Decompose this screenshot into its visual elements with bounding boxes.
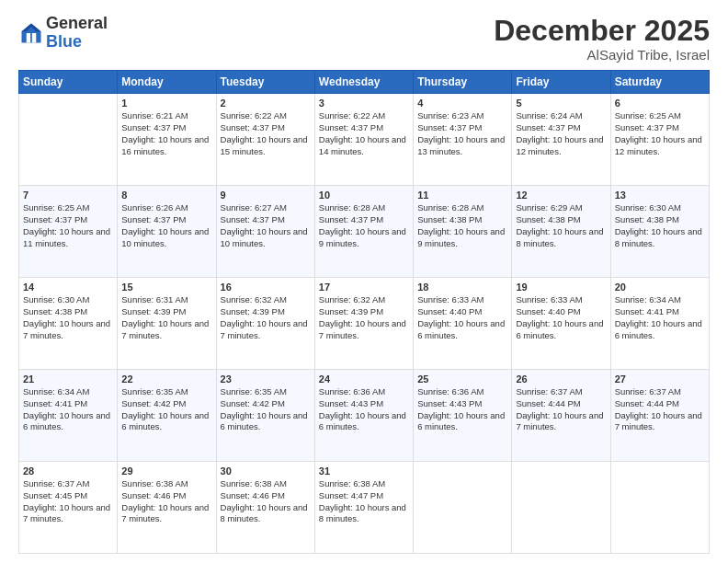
calendar-day-cell: 5Sunrise: 6:24 AMSunset: 4:37 PMDaylight… xyxy=(512,94,610,186)
day-number: 30 xyxy=(221,465,311,477)
day-info: Sunrise: 6:33 AMSunset: 4:40 PMDaylight:… xyxy=(516,294,603,339)
day-info: Sunrise: 6:38 AMSunset: 4:47 PMDaylight:… xyxy=(319,478,406,523)
day-number: 25 xyxy=(417,373,507,385)
weekday-header: Saturday xyxy=(610,71,709,94)
day-number: 23 xyxy=(221,373,311,385)
logo: General Blue xyxy=(18,15,108,52)
weekday-header: Tuesday xyxy=(216,71,314,94)
calendar-day-cell: 12Sunrise: 6:29 AMSunset: 4:38 PMDayligh… xyxy=(512,186,610,278)
page: General Blue December 2025 AlSayid Tribe… xyxy=(0,0,728,563)
calendar-day-cell: 9Sunrise: 6:27 AMSunset: 4:37 PMDaylight… xyxy=(216,186,314,278)
calendar-day-cell: 20Sunrise: 6:34 AMSunset: 4:41 PMDayligh… xyxy=(610,278,709,370)
day-info: Sunrise: 6:38 AMSunset: 4:46 PMDaylight:… xyxy=(121,478,209,523)
calendar-week-row: 21Sunrise: 6:34 AMSunset: 4:41 PMDayligh… xyxy=(19,370,710,462)
day-number: 29 xyxy=(121,465,211,477)
calendar-day-cell: 3Sunrise: 6:22 AMSunset: 4:37 PMDaylight… xyxy=(314,94,413,186)
calendar-day-cell: 24Sunrise: 6:36 AMSunset: 4:43 PMDayligh… xyxy=(314,370,413,462)
subtitle: AlSayid Tribe, Israel xyxy=(494,47,710,63)
day-info: Sunrise: 6:33 AMSunset: 4:40 PMDaylight:… xyxy=(417,294,505,339)
day-number: 22 xyxy=(121,373,211,385)
day-info: Sunrise: 6:25 AMSunset: 4:37 PMDaylight:… xyxy=(23,202,110,247)
calendar-day-cell: 25Sunrise: 6:36 AMSunset: 4:43 PMDayligh… xyxy=(414,370,512,462)
calendar-day-cell: 29Sunrise: 6:38 AMSunset: 4:46 PMDayligh… xyxy=(118,462,216,554)
title-block: December 2025 AlSayid Tribe, Israel xyxy=(494,15,710,63)
day-info: Sunrise: 6:35 AMSunset: 4:42 PMDaylight:… xyxy=(121,386,209,431)
day-number: 1 xyxy=(121,98,211,109)
header: General Blue December 2025 AlSayid Tribe… xyxy=(18,15,710,63)
day-number: 26 xyxy=(516,373,606,385)
day-info: Sunrise: 6:27 AMSunset: 4:37 PMDaylight:… xyxy=(221,202,308,247)
day-info: Sunrise: 6:34 AMSunset: 4:41 PMDaylight:… xyxy=(23,386,110,431)
calendar-day-cell: 8Sunrise: 6:26 AMSunset: 4:37 PMDaylight… xyxy=(118,186,216,278)
day-number: 9 xyxy=(221,190,311,201)
calendar-day-cell: 22Sunrise: 6:35 AMSunset: 4:42 PMDayligh… xyxy=(118,370,216,462)
weekday-header: Friday xyxy=(512,71,610,94)
logo-icon xyxy=(18,20,44,46)
day-info: Sunrise: 6:25 AMSunset: 4:37 PMDaylight:… xyxy=(615,110,702,155)
day-info: Sunrise: 6:31 AMSunset: 4:39 PMDaylight:… xyxy=(121,294,209,339)
day-number: 13 xyxy=(615,190,705,201)
day-info: Sunrise: 6:32 AMSunset: 4:39 PMDaylight:… xyxy=(221,294,308,339)
day-number: 18 xyxy=(417,282,507,293)
calendar-day-cell: 19Sunrise: 6:33 AMSunset: 4:40 PMDayligh… xyxy=(512,278,610,370)
weekday-header: Sunday xyxy=(19,71,118,94)
day-info: Sunrise: 6:30 AMSunset: 4:38 PMDaylight:… xyxy=(23,294,110,339)
day-info: Sunrise: 6:21 AMSunset: 4:37 PMDaylight:… xyxy=(121,110,209,155)
calendar-day-cell: 14Sunrise: 6:30 AMSunset: 4:38 PMDayligh… xyxy=(19,278,118,370)
calendar-day-cell: 2Sunrise: 6:22 AMSunset: 4:37 PMDaylight… xyxy=(216,94,314,186)
calendar-day-cell: 11Sunrise: 6:28 AMSunset: 4:38 PMDayligh… xyxy=(414,186,512,278)
day-number: 4 xyxy=(417,98,507,109)
calendar-day-cell: 18Sunrise: 6:33 AMSunset: 4:40 PMDayligh… xyxy=(414,278,512,370)
weekday-header: Thursday xyxy=(414,71,512,94)
day-number: 27 xyxy=(615,373,705,385)
day-number: 15 xyxy=(121,282,211,293)
day-info: Sunrise: 6:30 AMSunset: 4:38 PMDaylight:… xyxy=(615,202,702,247)
day-info: Sunrise: 6:32 AMSunset: 4:39 PMDaylight:… xyxy=(319,294,406,339)
day-number: 17 xyxy=(319,282,409,293)
calendar-day-cell: 15Sunrise: 6:31 AMSunset: 4:39 PMDayligh… xyxy=(118,278,216,370)
calendar-day-cell xyxy=(414,462,512,554)
calendar-day-cell: 21Sunrise: 6:34 AMSunset: 4:41 PMDayligh… xyxy=(19,370,118,462)
logo-blue: Blue xyxy=(46,33,108,52)
calendar-day-cell: 16Sunrise: 6:32 AMSunset: 4:39 PMDayligh… xyxy=(216,278,314,370)
day-number: 12 xyxy=(516,190,606,201)
day-info: Sunrise: 6:36 AMSunset: 4:43 PMDaylight:… xyxy=(319,386,406,431)
day-number: 21 xyxy=(23,373,113,385)
calendar-day-cell: 1Sunrise: 6:21 AMSunset: 4:37 PMDaylight… xyxy=(118,94,216,186)
calendar-day-cell: 17Sunrise: 6:32 AMSunset: 4:39 PMDayligh… xyxy=(314,278,413,370)
calendar-day-cell: 13Sunrise: 6:30 AMSunset: 4:38 PMDayligh… xyxy=(610,186,709,278)
calendar-day-cell: 10Sunrise: 6:28 AMSunset: 4:37 PMDayligh… xyxy=(314,186,413,278)
day-number: 10 xyxy=(319,190,409,201)
day-info: Sunrise: 6:22 AMSunset: 4:37 PMDaylight:… xyxy=(221,110,308,155)
day-number: 14 xyxy=(23,282,113,293)
logo-text: General Blue xyxy=(46,15,108,52)
svg-rect-2 xyxy=(27,33,30,43)
day-number: 2 xyxy=(221,98,311,109)
day-info: Sunrise: 6:28 AMSunset: 4:37 PMDaylight:… xyxy=(319,202,406,247)
day-number: 6 xyxy=(615,98,705,109)
day-number: 28 xyxy=(23,465,113,477)
weekday-header: Monday xyxy=(118,71,216,94)
calendar-day-cell xyxy=(610,462,709,554)
day-info: Sunrise: 6:38 AMSunset: 4:46 PMDaylight:… xyxy=(221,478,308,523)
day-number: 31 xyxy=(319,465,409,477)
day-info: Sunrise: 6:24 AMSunset: 4:37 PMDaylight:… xyxy=(516,110,603,155)
day-info: Sunrise: 6:28 AMSunset: 4:38 PMDaylight:… xyxy=(417,202,505,247)
calendar-day-cell: 31Sunrise: 6:38 AMSunset: 4:47 PMDayligh… xyxy=(314,462,413,554)
calendar-header-row: SundayMondayTuesdayWednesdayThursdayFrid… xyxy=(19,71,710,94)
day-number: 11 xyxy=(417,190,507,201)
calendar-day-cell: 28Sunrise: 6:37 AMSunset: 4:45 PMDayligh… xyxy=(19,462,118,554)
logo-general: General xyxy=(46,15,108,33)
day-info: Sunrise: 6:37 AMSunset: 4:44 PMDaylight:… xyxy=(615,386,702,431)
calendar-day-cell: 7Sunrise: 6:25 AMSunset: 4:37 PMDaylight… xyxy=(19,186,118,278)
calendar-day-cell: 4Sunrise: 6:23 AMSunset: 4:37 PMDaylight… xyxy=(414,94,512,186)
day-number: 8 xyxy=(121,190,211,201)
calendar-table: SundayMondayTuesdayWednesdayThursdayFrid… xyxy=(18,70,710,554)
weekday-header: Wednesday xyxy=(314,71,413,94)
calendar-day-cell: 30Sunrise: 6:38 AMSunset: 4:46 PMDayligh… xyxy=(216,462,314,554)
calendar-day-cell: 6Sunrise: 6:25 AMSunset: 4:37 PMDaylight… xyxy=(610,94,709,186)
day-info: Sunrise: 6:35 AMSunset: 4:42 PMDaylight:… xyxy=(221,386,308,431)
calendar-day-cell xyxy=(512,462,610,554)
svg-rect-3 xyxy=(32,33,36,43)
calendar-day-cell xyxy=(19,94,118,186)
